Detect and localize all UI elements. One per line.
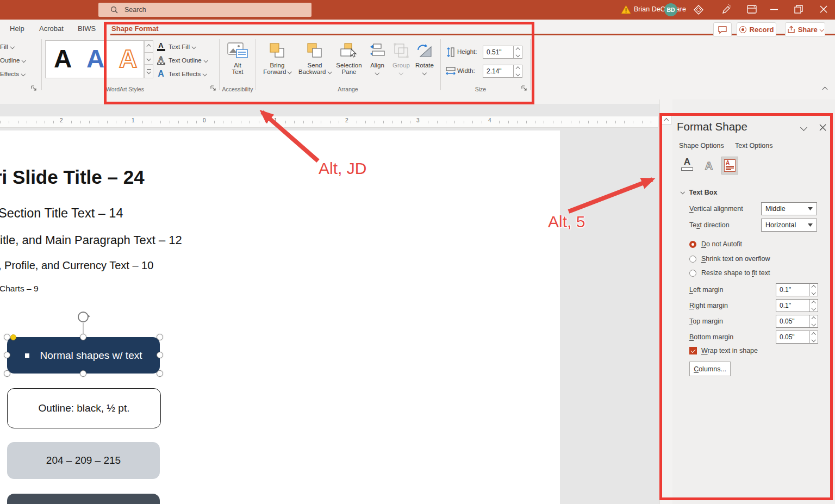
wordart-gallery-down-button[interactable] (144, 52, 153, 65)
radio-unselected (689, 256, 696, 263)
comments-button[interactable] (713, 22, 732, 37)
shape-fill-button[interactable]: Fill (0, 41, 14, 52)
columns-button[interactable]: Columns... (689, 362, 731, 376)
width-input[interactable]: 2.14" (483, 65, 522, 78)
wrap-text-checkbox[interactable]: Wrap text in shape (689, 346, 758, 355)
width-spinner[interactable] (513, 65, 522, 77)
height-spinner[interactable] (513, 46, 522, 58)
width-label: Width: (457, 67, 475, 74)
selection-pane-button[interactable]: Selection Pane (333, 42, 365, 75)
resize-shape-option[interactable]: Resize shape to fit text (689, 269, 770, 277)
resize-handle-n[interactable] (80, 334, 86, 340)
slide-charts-text[interactable]: Charts – 9 (0, 284, 39, 294)
slide-currency-text[interactable]: , Profile, and Currency Text – 10 (0, 259, 153, 272)
do-not-autofit-option[interactable]: Do not Autofit (689, 240, 742, 248)
slide-section-text[interactable]: Section Title Text – 14 (0, 206, 123, 221)
top-margin-input[interactable]: 0.05" (776, 315, 818, 328)
user-name[interactable]: Brian DeChesare (634, 5, 686, 13)
slide-canvas[interactable]: ri Slide Title – 24 Section Title Text –… (0, 130, 560, 504)
share-button[interactable]: Share (785, 22, 825, 37)
tab-acrobat[interactable]: Acrobat (37, 20, 66, 37)
title-bar: Search Brian DeChesare BD (0, 0, 835, 20)
restore-button[interactable] (794, 5, 803, 14)
resize-handle-e[interactable] (157, 352, 163, 358)
align-button[interactable]: Align (365, 42, 389, 74)
panel-tab-text-options[interactable]: Text Options (735, 142, 772, 150)
shape-gray[interactable]: 204 – 209 – 215 (7, 442, 160, 479)
shape-outline-button[interactable]: Outline (0, 55, 26, 66)
top-margin-spinner[interactable] (809, 315, 818, 327)
right-margin-spinner[interactable] (809, 300, 818, 312)
wordart-style-black[interactable]: A (54, 44, 72, 73)
resize-handle-se[interactable] (157, 370, 163, 377)
warning-icon[interactable] (621, 5, 631, 14)
wordart-style-orange[interactable]: A (119, 44, 137, 73)
shape-normal[interactable]: Normal shapes w/ text (7, 337, 160, 374)
ribbon-display-options-icon[interactable] (747, 5, 757, 14)
wordart-style-blue[interactable]: A (86, 44, 104, 73)
vertical-alignment-dropdown[interactable]: Middle (761, 202, 817, 215)
text-fill-outline-icon[interactable]: A (680, 157, 695, 175)
text-fill-icon: A (157, 42, 165, 51)
bring-forward-button[interactable]: Bring Forward (260, 42, 295, 75)
resize-handle-sw[interactable] (4, 370, 10, 377)
resize-handle-s[interactable] (80, 370, 86, 377)
panel-tab-shape-options[interactable]: Shape Options (679, 142, 724, 150)
right-margin-input[interactable]: 0.1" (776, 299, 818, 312)
slide-paragraph-text[interactable]: title, and Main Paragraph Text – 12 (0, 233, 182, 247)
ruler-mark: 0 (201, 117, 208, 123)
resize-handle-nw[interactable] (4, 334, 10, 340)
ruler-ticks (0, 121, 658, 123)
resize-handle-w[interactable] (4, 352, 10, 358)
wordart-gallery[interactable]: A A A (45, 40, 144, 78)
group-button[interactable]: Group (389, 42, 413, 74)
wordart-gallery-more-button[interactable] (144, 64, 153, 78)
size-dialog-launcher[interactable] (521, 85, 527, 91)
record-button[interactable]: Record (737, 22, 776, 37)
bottom-margin-input[interactable]: 0.05" (776, 331, 818, 344)
dropdown-caret-icon (808, 223, 813, 227)
shape-styles-dialog-launcher[interactable] (30, 85, 37, 91)
slide-title-text[interactable]: ri Slide Title – 24 (0, 166, 145, 188)
avatar[interactable]: BD (664, 3, 677, 16)
height-input[interactable]: 0.51" (483, 46, 522, 59)
left-margin-input[interactable]: 0.1" (776, 283, 818, 296)
collapse-ribbon-chevron[interactable] (822, 87, 828, 92)
text-direction-label: Text direction (689, 221, 730, 229)
section-collapse-chevron (681, 190, 685, 194)
draw-pen-icon[interactable] (721, 4, 732, 15)
vertical-scrollbar[interactable] (659, 99, 673, 504)
minimize-button[interactable] (770, 9, 778, 10)
text-outline-button[interactable]: A Text Outline (157, 55, 207, 66)
horizontal-ruler[interactable]: 2 1 0 1 2 3 4 (0, 116, 658, 128)
resize-handle-ne[interactable] (157, 334, 163, 340)
group-separator (256, 39, 256, 90)
wordart-gallery-up-button[interactable] (144, 40, 153, 53)
designer-icon[interactable] (694, 5, 703, 15)
rotate-button[interactable]: Rotate (412, 42, 437, 74)
tab-help[interactable]: Help (8, 20, 27, 37)
text-fill-button[interactable]: A Text Fill (157, 41, 195, 52)
alt-text-button[interactable]: Alt Text (224, 42, 251, 75)
ruler-mark: 1 (129, 117, 137, 123)
shape-dark[interactable] (7, 494, 160, 504)
powerpoint-window: Search Brian DeChesare BD Help Acrobat B… (0, 0, 835, 504)
scrollbar-up-button[interactable] (661, 115, 671, 125)
panel-close-icon[interactable] (819, 124, 826, 131)
text-effects-button[interactable]: A Text Effects (157, 69, 207, 79)
left-margin-spinner[interactable] (809, 284, 818, 296)
text-effects-panel-icon[interactable]: A (701, 157, 716, 175)
text-box-section-header[interactable]: Text Box (681, 188, 717, 197)
close-button[interactable] (820, 5, 827, 13)
tab-biws[interactable]: BIWS (76, 20, 98, 37)
bottom-margin-spinner[interactable] (809, 331, 818, 343)
search-box[interactable]: Search (98, 3, 311, 17)
shape-outlined[interactable]: Outline: black, ½ pt. (7, 388, 161, 428)
shape-effects-button[interactable]: Effects (0, 69, 24, 79)
text-direction-dropdown[interactable]: Horizontal (761, 219, 817, 232)
adjust-handle[interactable] (10, 334, 16, 340)
checkbox-checked-icon (689, 347, 697, 354)
shrink-text-option[interactable]: Shrink text on overflow (689, 254, 770, 263)
send-backward-button[interactable]: Send Backward (297, 42, 333, 75)
text-box-icon[interactable]: A (721, 157, 738, 175)
